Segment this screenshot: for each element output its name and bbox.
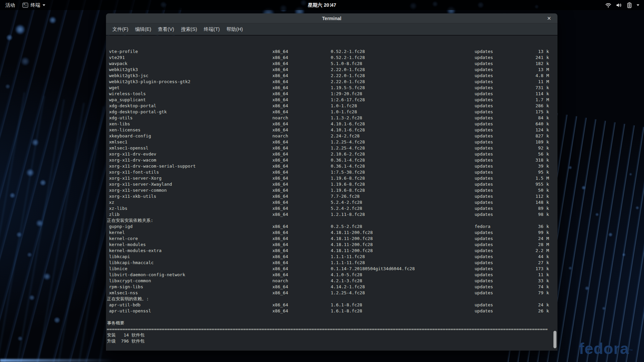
package-row: apr-util-opensslx86_641.6.1-8.fc28update… — [107, 308, 557, 314]
pkg-size: 84 — [510, 115, 543, 121]
package-row: wpa_supplicantx86_641:2.6-17.fc28updates… — [107, 97, 557, 103]
pkg-repo: updates — [475, 230, 493, 236]
pkg-arch: x86_64 — [272, 97, 288, 103]
pkg-size: 4.8 — [510, 73, 543, 79]
wallpaper-bokeh-dot — [10, 193, 15, 198]
pkg-ver: 5.1.0-8.fc28 — [331, 61, 362, 67]
menu-item-1[interactable]: 编辑(E) — [132, 23, 155, 35]
menu-item-2[interactable]: 查看(V) — [155, 23, 177, 35]
pkg-name: xorg-x11-server-Xorg — [109, 175, 162, 181]
pkg-unit: k — [546, 85, 549, 91]
pkg-name: xorg-x11-xkb-utils — [109, 193, 156, 199]
terminal-output[interactable]: vte-profilex86_640.52.2-1.fc28updates13k… — [106, 36, 557, 351]
pkg-size: 318 — [510, 157, 543, 163]
pkg-unit: k — [546, 308, 549, 314]
pkg-unit: k — [546, 55, 549, 61]
app-menu-button[interactable]: 终端 — [22, 2, 45, 8]
pkg-repo: updates — [475, 73, 493, 79]
pkg-repo: updates — [475, 181, 493, 187]
menu-item-5[interactable]: 帮助(H) — [223, 23, 246, 35]
package-row: xdg-desktop-portalx86_641.0-1.fc28update… — [107, 103, 557, 109]
pkg-ver: 1.19.5-5.fc28 — [331, 85, 365, 91]
pkg-unit: k — [546, 121, 549, 127]
chevron-down-icon — [43, 4, 45, 6]
package-row: xorg-x11-drv-wacom-serial-supportx86_640… — [107, 163, 557, 169]
pkg-name: kernel-core — [109, 236, 138, 242]
pkg-name: xz — [109, 199, 114, 205]
pkg-name: xorg-x11-server-common — [109, 187, 167, 193]
pkg-repo: updates — [475, 61, 493, 67]
pkg-name: webkit2gtk3-jsc — [109, 73, 148, 79]
pkg-name: xmlsec1-nss — [109, 290, 138, 296]
pkg-arch: x86_64 — [272, 254, 288, 260]
pkg-repo: updates — [475, 145, 493, 151]
pkg-size: 89 — [510, 205, 543, 212]
pkg-name: apr-util-openssl — [109, 308, 151, 314]
wallpaper-bokeh-dot — [569, 166, 572, 169]
package-row: kernel-corex86_644.18.11-200.fc28updates… — [107, 236, 557, 242]
menu-item-4[interactable]: 终端(T) — [201, 23, 223, 35]
pkg-unit: k — [546, 115, 549, 121]
package-row: xdg-utilsnoarch1.1.3-2.fc28updates84k — [107, 115, 557, 121]
pkg-size: 286 — [510, 103, 543, 109]
pkg-name: kernel-modules — [109, 242, 146, 248]
menu-item-0[interactable]: 文件(F) — [109, 23, 132, 35]
package-row: webkit2gtk3-plugin-process-gtk2x86_642.2… — [107, 79, 557, 85]
terminal-line: 升级 796 软件包 — [107, 338, 557, 344]
scrollbar-thumb[interactable] — [553, 331, 556, 348]
pkg-unit: M — [546, 79, 549, 85]
package-row: xorg-x11-server-Xwaylandx86_641.19.6-8.f… — [107, 181, 557, 187]
pkg-ver: 0.36.1-4.fc28 — [331, 163, 365, 169]
pkg-size: 124 — [510, 127, 543, 133]
pkg-size: 56 — [510, 151, 543, 157]
pkg-unit: k — [546, 109, 549, 115]
pkg-name: wpa_supplicant — [109, 97, 146, 103]
pkg-size: 24 — [510, 236, 543, 242]
pkg-size: 827 — [510, 133, 543, 139]
pkg-repo: updates — [475, 115, 493, 121]
package-row: xen-libsx86_644.10.1-6.fc28updates640k — [107, 121, 557, 127]
pkg-arch: x86_64 — [272, 103, 288, 109]
pkg-unit: M — [546, 248, 549, 254]
pkg-ver: 0.36.1-4.fc28 — [331, 157, 365, 163]
pkg-repo: updates — [475, 284, 493, 290]
pkg-unit: k — [546, 302, 549, 308]
pkg-size: 24 — [510, 302, 543, 308]
terminal-line: 安装 14 软件包 — [107, 332, 557, 338]
close-icon[interactable]: ✕ — [545, 15, 553, 22]
pkg-unit: k — [546, 133, 549, 139]
pkg-ver: 4.10.1-6.fc28 — [331, 121, 365, 127]
pkg-ver: 1.2.25-4.fc28 — [331, 139, 365, 145]
pkg-arch: x86_64 — [272, 163, 288, 169]
pkg-ver: 1.19.6-8.fc28 — [331, 187, 365, 193]
pkg-size: 1.5 — [510, 175, 543, 181]
window-titlebar[interactable]: Terminal ✕ — [106, 13, 557, 23]
pkg-ver: 1.6.1-8.fc28 — [331, 308, 362, 314]
menu-item-3[interactable]: 搜索(S) — [177, 23, 200, 35]
pkg-name: libxcrypt-common — [109, 278, 151, 284]
pkg-arch: x86_64 — [272, 127, 288, 133]
package-row: kernel-modules-extrax86_644.18.11-200.fc… — [107, 248, 557, 254]
pkg-name: xorg-x11-font-utils — [109, 169, 159, 175]
terminal-line: 事务概要 — [107, 320, 557, 326]
package-row: gupnp-igdx86_640.2.5-2.fc28fedora36k — [107, 224, 557, 230]
activities-button[interactable]: 活动 — [5, 2, 15, 8]
pkg-arch: x86_64 — [272, 145, 288, 151]
wallpaper-bokeh-dot — [16, 232, 22, 237]
pkg-name: xorg-x11-drv-wacom-serial-support — [109, 163, 196, 169]
pkg-repo: updates — [475, 290, 493, 296]
pkg-repo: updates — [475, 308, 493, 314]
pkg-arch: x86_64 — [272, 85, 288, 91]
package-row: libvirt-daemon-config-networkx86_644.1.0… — [107, 272, 557, 278]
pkg-size: 13 — [510, 49, 543, 55]
pkg-ver: 5.2.4-2.fc28 — [331, 199, 362, 205]
pkg-name: xdg-utils — [109, 115, 132, 121]
pkg-ver: 1.1.1-11.fc28 — [331, 260, 365, 266]
clock[interactable]: 星期六 20∶47 — [0, 2, 644, 8]
wallpaper-bokeh-dot — [636, 206, 639, 209]
pkg-unit: k — [546, 151, 549, 157]
pkg-unit: k — [546, 284, 549, 290]
pkg-unit: k — [546, 163, 549, 169]
system-status-area[interactable] — [605, 2, 644, 8]
pkg-unit: M — [546, 67, 549, 73]
